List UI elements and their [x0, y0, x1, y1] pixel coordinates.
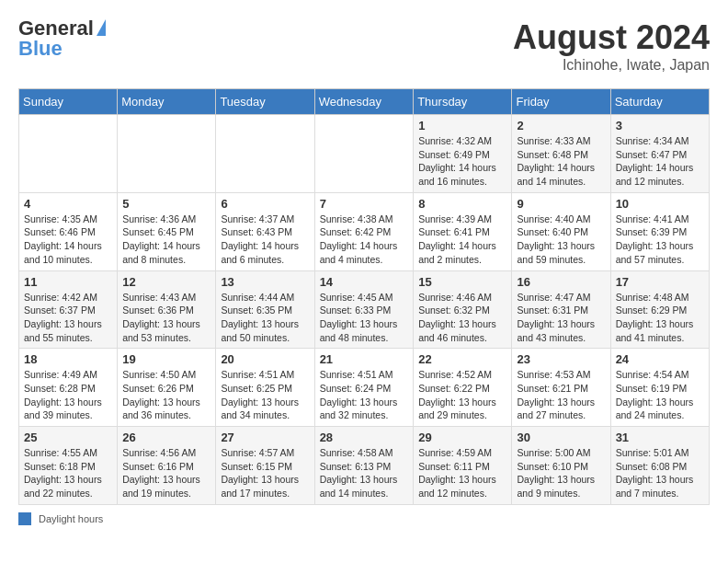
day-info: Sunrise: 4:39 AMSunset: 6:41 PMDaylight:… — [418, 213, 506, 267]
calendar-cell: 7Sunrise: 4:38 AMSunset: 6:42 PMDaylight… — [314, 192, 414, 270]
day-number: 26 — [122, 431, 210, 444]
day-info: Sunrise: 4:41 AMSunset: 6:39 PMDaylight:… — [616, 213, 704, 267]
day-info: Sunrise: 4:51 AMSunset: 6:24 PMDaylight:… — [320, 368, 409, 422]
weekday-header-saturday: Saturday — [610, 89, 709, 115]
day-number: 16 — [517, 275, 605, 289]
day-info: Sunrise: 4:42 AMSunset: 6:37 PMDaylight:… — [24, 291, 112, 345]
day-number: 10 — [616, 197, 704, 211]
day-info: Sunrise: 4:54 AMSunset: 6:19 PMDaylight:… — [616, 368, 704, 422]
day-info: Sunrise: 4:53 AMSunset: 6:21 PMDaylight:… — [517, 368, 605, 422]
weekday-header-sunday: Sunday — [19, 89, 118, 115]
day-number: 23 — [517, 352, 605, 366]
calendar-cell: 30Sunrise: 5:00 AMSunset: 6:10 PMDayligh… — [512, 427, 610, 505]
calendar-week-3: 11Sunrise: 4:42 AMSunset: 6:37 PMDayligh… — [19, 270, 710, 349]
calendar-cell: 2Sunrise: 4:33 AMSunset: 6:48 PMDaylight… — [512, 115, 610, 193]
day-info: Sunrise: 4:44 AMSunset: 6:35 PMDaylight:… — [221, 291, 309, 345]
day-info: Sunrise: 5:01 AMSunset: 6:08 PMDaylight:… — [616, 446, 704, 500]
calendar-cell: 22Sunrise: 4:52 AMSunset: 6:22 PMDayligh… — [414, 349, 512, 427]
day-info: Sunrise: 4:56 AMSunset: 6:16 PMDaylight:… — [122, 446, 210, 500]
calendar-cell: 12Sunrise: 4:43 AMSunset: 6:36 PMDayligh… — [118, 270, 216, 349]
day-number: 24 — [616, 352, 704, 366]
calendar-cell: 28Sunrise: 4:58 AMSunset: 6:13 PMDayligh… — [314, 427, 414, 505]
calendar-cell: 13Sunrise: 4:44 AMSunset: 6:35 PMDayligh… — [216, 270, 314, 349]
day-info: Sunrise: 4:32 AMSunset: 6:49 PMDaylight:… — [418, 134, 506, 189]
day-number: 27 — [221, 431, 309, 444]
calendar-cell: 18Sunrise: 4:49 AMSunset: 6:28 PMDayligh… — [19, 349, 118, 427]
day-number: 22 — [418, 352, 506, 366]
calendar-cell: 3Sunrise: 4:34 AMSunset: 6:47 PMDaylight… — [610, 115, 709, 193]
footer: Daylight hours — [18, 512, 710, 525]
calendar-cell: 24Sunrise: 4:54 AMSunset: 6:19 PMDayligh… — [610, 349, 709, 427]
day-number: 4 — [24, 197, 112, 211]
calendar-cell: 26Sunrise: 4:56 AMSunset: 6:16 PMDayligh… — [118, 427, 216, 505]
calendar-cell: 14Sunrise: 4:45 AMSunset: 6:33 PMDayligh… — [314, 270, 414, 349]
calendar-cell — [118, 115, 216, 193]
page-title: August 2024 — [513, 18, 710, 57]
logo: General Blue — [18, 18, 106, 61]
weekday-header-monday: Monday — [118, 89, 216, 115]
calendar-table: SundayMondayTuesdayWednesdayThursdayFrid… — [18, 88, 710, 505]
day-info: Sunrise: 4:40 AMSunset: 6:40 PMDaylight:… — [517, 213, 605, 267]
calendar-cell: 29Sunrise: 4:59 AMSunset: 6:11 PMDayligh… — [414, 427, 512, 505]
calendar-cell: 11Sunrise: 4:42 AMSunset: 6:37 PMDayligh… — [19, 270, 118, 349]
logo-general-text: General — [18, 18, 94, 39]
day-info: Sunrise: 4:37 AMSunset: 6:43 PMDaylight:… — [221, 213, 309, 267]
calendar-cell: 25Sunrise: 4:55 AMSunset: 6:18 PMDayligh… — [19, 427, 118, 505]
calendar-week-4: 18Sunrise: 4:49 AMSunset: 6:28 PMDayligh… — [19, 349, 710, 427]
day-number: 7 — [320, 197, 409, 211]
day-number: 3 — [616, 119, 704, 132]
calendar-cell: 10Sunrise: 4:41 AMSunset: 6:39 PMDayligh… — [610, 192, 709, 270]
calendar-cell: 6Sunrise: 4:37 AMSunset: 6:43 PMDaylight… — [216, 192, 314, 270]
day-number: 12 — [122, 275, 210, 289]
logo-triangle-icon — [97, 19, 106, 36]
day-info: Sunrise: 4:38 AMSunset: 6:42 PMDaylight:… — [320, 213, 409, 267]
day-number: 13 — [221, 275, 309, 289]
calendar-cell — [216, 115, 314, 193]
weekday-header-tuesday: Tuesday — [216, 89, 314, 115]
calendar-cell — [314, 115, 414, 193]
calendar-cell: 5Sunrise: 4:36 AMSunset: 6:45 PMDaylight… — [118, 192, 216, 270]
day-info: Sunrise: 4:45 AMSunset: 6:33 PMDaylight:… — [320, 291, 409, 345]
day-info: Sunrise: 4:35 AMSunset: 6:46 PMDaylight:… — [24, 213, 112, 267]
calendar-cell: 15Sunrise: 4:46 AMSunset: 6:32 PMDayligh… — [414, 270, 512, 349]
calendar-cell — [19, 115, 118, 193]
day-info: Sunrise: 4:59 AMSunset: 6:11 PMDaylight:… — [418, 446, 506, 500]
day-number: 29 — [418, 431, 506, 444]
page-subtitle: Ichinohe, Iwate, Japan — [513, 57, 710, 74]
day-info: Sunrise: 4:48 AMSunset: 6:29 PMDaylight:… — [616, 291, 704, 345]
day-number: 11 — [24, 275, 112, 289]
calendar-cell: 19Sunrise: 4:50 AMSunset: 6:26 PMDayligh… — [118, 349, 216, 427]
calendar-cell: 27Sunrise: 4:57 AMSunset: 6:15 PMDayligh… — [216, 427, 314, 505]
day-number: 18 — [24, 352, 112, 366]
day-number: 20 — [221, 352, 309, 366]
day-number: 2 — [517, 119, 605, 132]
weekday-header-thursday: Thursday — [414, 89, 512, 115]
day-info: Sunrise: 4:34 AMSunset: 6:47 PMDaylight:… — [616, 134, 704, 189]
day-info: Sunrise: 4:33 AMSunset: 6:48 PMDaylight:… — [517, 134, 605, 189]
day-info: Sunrise: 4:49 AMSunset: 6:28 PMDaylight:… — [24, 368, 112, 422]
calendar-cell: 23Sunrise: 4:53 AMSunset: 6:21 PMDayligh… — [512, 349, 610, 427]
calendar-cell: 21Sunrise: 4:51 AMSunset: 6:24 PMDayligh… — [314, 349, 414, 427]
weekday-header-friday: Friday — [512, 89, 610, 115]
day-info: Sunrise: 4:43 AMSunset: 6:36 PMDaylight:… — [122, 291, 210, 345]
day-number: 30 — [517, 431, 605, 444]
day-number: 19 — [122, 352, 210, 366]
logo-blue-text: Blue — [18, 37, 63, 61]
day-number: 6 — [221, 197, 309, 211]
calendar-cell: 16Sunrise: 4:47 AMSunset: 6:31 PMDayligh… — [512, 270, 610, 349]
day-number: 14 — [320, 275, 409, 289]
day-info: Sunrise: 4:36 AMSunset: 6:45 PMDaylight:… — [122, 213, 210, 267]
calendar-week-2: 4Sunrise: 4:35 AMSunset: 6:46 PMDaylight… — [19, 192, 710, 270]
calendar-cell: 9Sunrise: 4:40 AMSunset: 6:40 PMDaylight… — [512, 192, 610, 270]
calendar-cell: 20Sunrise: 4:51 AMSunset: 6:25 PMDayligh… — [216, 349, 314, 427]
day-number: 8 — [418, 197, 506, 211]
calendar-cell: 17Sunrise: 4:48 AMSunset: 6:29 PMDayligh… — [610, 270, 709, 349]
day-info: Sunrise: 4:55 AMSunset: 6:18 PMDaylight:… — [24, 446, 112, 500]
day-number: 9 — [517, 197, 605, 211]
day-number: 1 — [418, 119, 506, 132]
calendar-cell: 8Sunrise: 4:39 AMSunset: 6:41 PMDaylight… — [414, 192, 512, 270]
weekday-header-wednesday: Wednesday — [314, 89, 414, 115]
day-number: 21 — [320, 352, 409, 366]
day-info: Sunrise: 4:52 AMSunset: 6:22 PMDaylight:… — [418, 368, 506, 422]
day-info: Sunrise: 4:47 AMSunset: 6:31 PMDaylight:… — [517, 291, 605, 345]
